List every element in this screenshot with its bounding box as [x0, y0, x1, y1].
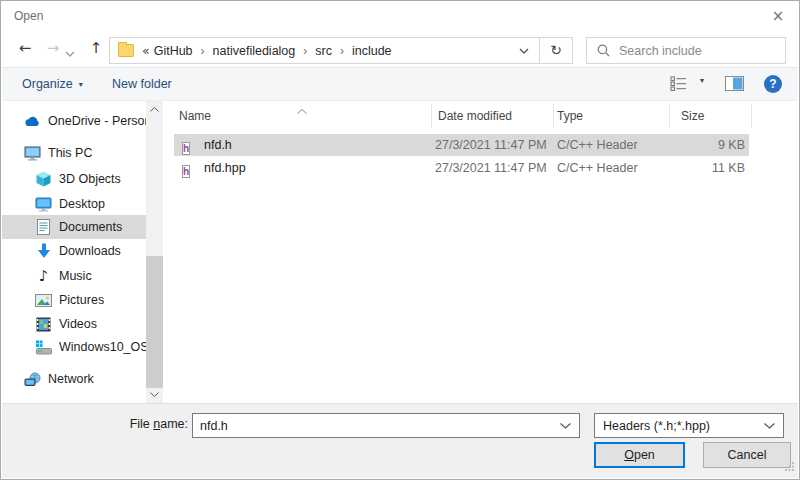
file-type-value: Headers (*.h;*.hpp)	[595, 419, 764, 433]
breadcrumb-item[interactable]: src	[313, 44, 334, 58]
music-note-icon: ♪	[35, 268, 52, 285]
file-row-nfd-h[interactable]: h nfd.h 27/3/2021 11:47 PM C/C++ Header …	[174, 134, 749, 156]
chevron-down-icon[interactable]	[764, 423, 775, 429]
title-bar: Open ×	[1, 1, 799, 31]
breadcrumb-separator-icon: ›	[297, 44, 313, 58]
sidebar-item-label: OneDrive - Personal	[48, 114, 147, 128]
preview-pane-icon[interactable]	[725, 76, 744, 94]
download-arrow-icon	[35, 243, 52, 260]
sidebar-item-videos[interactable]: Videos	[2, 312, 147, 336]
new-folder-label: New folder	[112, 77, 172, 91]
sidebar-item-network[interactable]: Network	[2, 367, 147, 391]
search-input[interactable]	[619, 44, 785, 58]
file-name: nfd.h	[204, 134, 232, 156]
file-row-nfd-hpp[interactable]: h nfd.hpp 27/3/2021 11:47 PM C/C++ Heade…	[174, 157, 749, 179]
column-divider[interactable]	[431, 104, 432, 128]
breadcrumb-separator-icon: ›	[195, 44, 211, 58]
up-button[interactable]: ↑	[83, 31, 109, 67]
header-file-icon: h	[182, 137, 190, 159]
file-type: C/C++ Header	[557, 134, 638, 156]
onedrive-cloud-icon	[24, 113, 41, 130]
sidebar-item-label: 3D Objects	[59, 172, 121, 186]
scrollbar-thumb[interactable]	[146, 256, 163, 388]
header-file-icon: h	[182, 160, 190, 182]
address-bar[interactable]: « GitHub › nativefiledialog › src › incl…	[109, 37, 573, 64]
column-header-date-modified[interactable]: Date modified	[438, 103, 512, 129]
breadcrumb-item[interactable]: include	[350, 44, 394, 58]
back-button[interactable]: ←	[11, 31, 39, 67]
sidebar-item-desktop[interactable]: Desktop	[2, 192, 147, 216]
file-type: C/C++ Header	[557, 157, 638, 179]
column-header-name[interactable]: Name	[179, 103, 211, 129]
column-divider[interactable]	[553, 104, 554, 128]
window-title: Open	[14, 9, 43, 23]
picture-icon	[35, 292, 52, 309]
sidebar-item-windows10-os[interactable]: Windows10_OS (C:)	[2, 335, 147, 359]
sidebar-scrollbar[interactable]	[146, 101, 163, 403]
breadcrumb-separator-icon: ›	[334, 44, 350, 58]
column-divider[interactable]	[751, 104, 752, 128]
sidebar-item-documents[interactable]: Documents	[2, 215, 147, 239]
file-name-combobox[interactable]	[192, 413, 580, 438]
file-list: Name Date modified Type Size h nfd.h 27/…	[166, 101, 798, 403]
file-name-label: File name:	[92, 417, 188, 431]
sidebar-item-label: Windows10_OS (C:)	[59, 340, 147, 354]
file-size: 11 KB	[661, 157, 745, 179]
sidebar-item-label: This PC	[48, 146, 92, 160]
file-date-modified: 27/3/2021 11:47 PM	[435, 134, 547, 156]
views-dropdown-chevron-icon[interactable]: ▾	[700, 76, 704, 85]
details-view-icon[interactable]	[670, 76, 688, 94]
scroll-up-icon[interactable]	[146, 101, 163, 118]
search-box[interactable]	[586, 37, 786, 64]
file-date-modified: 27/3/2021 11:47 PM	[435, 157, 547, 179]
sidebar-item-3d-objects[interactable]: 3D Objects	[2, 167, 147, 191]
sidebar-item-pictures[interactable]: Pictures	[2, 288, 147, 312]
chevron-down-icon[interactable]	[560, 423, 571, 429]
new-folder-button[interactable]: New folder	[112, 68, 172, 100]
sidebar-item-music[interactable]: ♪ Music	[2, 264, 147, 288]
resize-grip[interactable]	[785, 460, 794, 474]
open-button[interactable]: Open	[594, 442, 685, 468]
close-icon[interactable]: ×	[765, 5, 791, 27]
sidebar-item-downloads[interactable]: Downloads	[2, 239, 147, 263]
film-icon	[35, 316, 52, 333]
file-type-dropdown[interactable]: Headers (*.h;*.hpp)	[594, 413, 784, 438]
sort-ascending-icon	[297, 103, 307, 117]
hard-drive-icon	[35, 339, 52, 356]
sidebar-item-label: Videos	[59, 317, 97, 331]
sidebar-item-label: Desktop	[59, 197, 105, 211]
open-file-dialog: Open × ← → ↑ « GitHub › nativefiledialog…	[0, 0, 800, 480]
address-dropdown-chevron-icon[interactable]	[509, 38, 539, 63]
breadcrumb-item[interactable]: nativefiledialog	[211, 44, 298, 58]
forward-button: →	[41, 31, 65, 67]
organize-button[interactable]: Organize ▾	[22, 68, 83, 100]
breadcrumb-item[interactable]: GitHub	[152, 44, 195, 58]
dialog-footer: File name: Headers (*.h;*.hpp) Open Canc…	[2, 403, 798, 478]
sidebar-item-onedrive[interactable]: OneDrive - Personal	[2, 109, 147, 133]
column-header-type[interactable]: Type	[557, 103, 583, 129]
sidebar-item-label: Pictures	[59, 293, 104, 307]
document-icon	[35, 219, 52, 236]
file-name: nfd.hpp	[204, 157, 246, 179]
sidebar-item-label: Network	[48, 372, 94, 386]
sidebar-item-label: Music	[59, 269, 92, 283]
help-icon[interactable]: ?	[764, 75, 782, 93]
breadcrumb-overflow[interactable]: «	[142, 43, 152, 58]
file-name-input[interactable]	[193, 419, 560, 433]
3d-cube-icon	[35, 171, 52, 188]
folder-icon	[118, 44, 134, 57]
recent-locations-chevron-icon[interactable]	[65, 46, 83, 60]
breadcrumb: « GitHub › nativefiledialog › src › incl…	[142, 43, 509, 58]
navigation-pane: OneDrive - Personal This PC 3D Objects D…	[2, 101, 166, 403]
sidebar-item-this-pc[interactable]: This PC	[2, 141, 147, 165]
desktop-icon	[35, 196, 52, 213]
chevron-down-icon: ▾	[79, 80, 83, 89]
scroll-down-icon[interactable]	[146, 386, 163, 403]
sidebar-item-label: Documents	[59, 220, 122, 234]
cancel-button[interactable]: Cancel	[703, 442, 791, 468]
refresh-icon[interactable]: ↻	[540, 38, 572, 63]
sidebar-item-label: Downloads	[59, 244, 121, 258]
file-size: 9 KB	[661, 134, 745, 156]
column-header-size[interactable]: Size	[681, 103, 704, 129]
column-divider[interactable]	[669, 104, 670, 128]
